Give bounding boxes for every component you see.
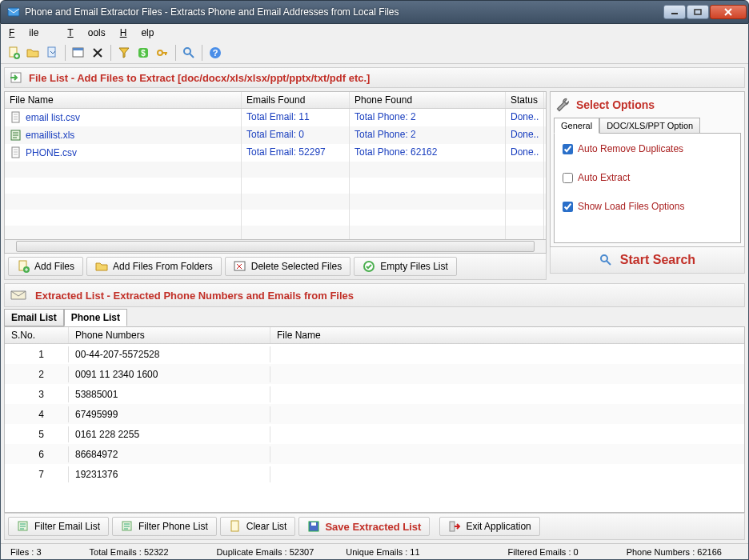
statusbar: Files : 3 Total Emails : 52322 Duplicate… <box>1 543 748 559</box>
svg-rect-27 <box>231 521 238 531</box>
svg-point-24 <box>601 255 607 262</box>
svg-rect-9 <box>73 48 83 50</box>
file-row[interactable]: PHONE.csvTotal Email: 52297Total Phone: … <box>5 144 546 162</box>
checkbox-auto-extract[interactable]: Auto Extract <box>563 172 732 183</box>
svg-rect-0 <box>8 8 19 16</box>
key-icon[interactable] <box>154 45 170 61</box>
clear-list-button[interactable]: Clear List <box>220 517 296 536</box>
svg-point-12 <box>158 50 162 55</box>
menu-tools[interactable]: Tools <box>67 27 105 38</box>
add-file-icon[interactable] <box>6 45 22 61</box>
search-icon[interactable] <box>181 45 197 61</box>
extracted-row[interactable]: 100-44-207-5572528 <box>5 344 744 364</box>
checkbox-auto-remove[interactable]: Auto Remove Duplicates <box>563 143 732 154</box>
app-icon <box>7 6 20 18</box>
col-phone[interactable]: Phone Found <box>350 92 506 108</box>
titlebar: Phone and Email Extractor Files - Extrac… <box>0 0 749 24</box>
maximize-button[interactable] <box>687 5 709 19</box>
extracted-row[interactable]: 50161 228 2255 <box>5 424 744 444</box>
extracted-list-header: Extracted List - Extracted Phone Numbers… <box>4 283 745 307</box>
col-phone-numbers[interactable]: Phone Numbers <box>69 327 270 343</box>
wrench-icon <box>555 97 571 113</box>
options-panel: Select Options General DOC/XLS/PPT Optio… <box>550 91 745 247</box>
extracted-row[interactable]: 719231376 <box>5 464 744 484</box>
extracted-row[interactable]: 467495999 <box>5 404 744 424</box>
toolbar: $ ? <box>1 42 748 64</box>
delete-files-button[interactable]: Delete Selected Files <box>225 257 350 276</box>
add-folder-icon[interactable] <box>25 45 41 61</box>
menubar: File Tools Help <box>1 24 748 42</box>
status-filtered-emails: Filtered Emails : 0 <box>502 546 585 558</box>
horizontal-scrollbar[interactable] <box>4 240 547 254</box>
extracted-list-title: Extracted List - Extracted Phone Numbers… <box>35 290 354 302</box>
tab-email-list[interactable]: Email List <box>4 309 64 326</box>
add-files-button[interactable]: Add Files <box>8 257 83 276</box>
window-title: Phone and Email Extractor Files - Extrac… <box>25 6 663 18</box>
refresh-icon[interactable] <box>44 45 60 61</box>
minimize-button[interactable] <box>663 5 686 19</box>
exit-button[interactable]: Exit Application <box>439 517 539 536</box>
close-button[interactable] <box>710 5 747 19</box>
col-sno[interactable]: S.No. <box>5 327 69 343</box>
delete-icon[interactable] <box>90 45 106 61</box>
file-list-grid: File Name Emails Found Phone Found Statu… <box>4 91 547 240</box>
tab-general[interactable]: General <box>554 118 599 134</box>
save-list-button[interactable]: Save Extracted List <box>298 517 430 536</box>
file-row[interactable]: email list.csvTotal Email: 11Total Phone… <box>5 109 546 126</box>
col-file-name[interactable]: File Name <box>270 327 744 343</box>
start-search-button[interactable]: Start Search <box>554 250 741 270</box>
extracted-row[interactable]: 353885001 <box>5 384 744 404</box>
status-dup-emails: Duplicate Emails : 52307 <box>210 546 321 558</box>
svg-text:?: ? <box>213 48 218 58</box>
import-icon <box>10 71 22 84</box>
skype-icon[interactable]: $ <box>135 45 151 61</box>
status-files: Files : 3 <box>4 546 48 558</box>
file-list-panel-header: File List - Add Files to Extract [doc/do… <box>4 67 745 88</box>
status-phone-numbers: Phone Numbers : 62166 <box>620 546 728 558</box>
menu-file[interactable]: File <box>9 27 53 38</box>
col-emails[interactable]: Emails Found <box>242 92 350 108</box>
add-folder-button[interactable]: Add Files From Folders <box>86 257 222 276</box>
svg-rect-30 <box>450 522 455 531</box>
window-icon[interactable] <box>70 45 86 61</box>
search-icon <box>599 254 612 266</box>
status-unique-emails: Unique Emails : 11 <box>339 546 426 558</box>
tab-phone-list[interactable]: Phone List <box>64 309 127 326</box>
empty-files-button[interactable]: Empty Files List <box>354 257 457 276</box>
svg-rect-2 <box>695 10 701 14</box>
filter-icon[interactable] <box>116 45 132 61</box>
svg-point-13 <box>184 48 190 54</box>
col-status[interactable]: Status <box>506 92 544 108</box>
checkbox-show-load[interactable]: Show Load Files Options <box>563 201 732 212</box>
file-buttons-row: Add Files Add Files From Folders Delete … <box>4 254 547 280</box>
bottom-buttons: Filter Email List Filter Phone List Clea… <box>4 513 745 540</box>
extracted-row[interactable]: 686684972 <box>5 444 744 464</box>
status-total-emails: Total Emails : 52322 <box>83 546 175 558</box>
menu-help[interactable]: Help <box>120 27 154 38</box>
svg-text:$: $ <box>141 49 146 58</box>
col-filename[interactable]: File Name <box>5 92 242 108</box>
svg-rect-29 <box>311 522 316 526</box>
help-icon[interactable]: ? <box>207 45 223 61</box>
tab-doc-option[interactable]: DOC/XLS/PPT Option <box>599 118 700 134</box>
options-title: Select Options <box>576 98 655 111</box>
extracted-grid: S.No. Phone Numbers File Name 100-44-207… <box>4 326 745 513</box>
mail-icon <box>10 287 29 303</box>
filter-phone-button[interactable]: Filter Phone List <box>112 517 217 536</box>
file-list-title: File List - Add Files to Extract [doc/do… <box>29 72 370 84</box>
filter-email-button[interactable]: Filter Email List <box>8 517 109 536</box>
extracted-row[interactable]: 20091 11 2340 1600 <box>5 364 744 384</box>
file-row[interactable]: emaillist.xlsTotal Email: 0Total Phone: … <box>5 126 546 144</box>
